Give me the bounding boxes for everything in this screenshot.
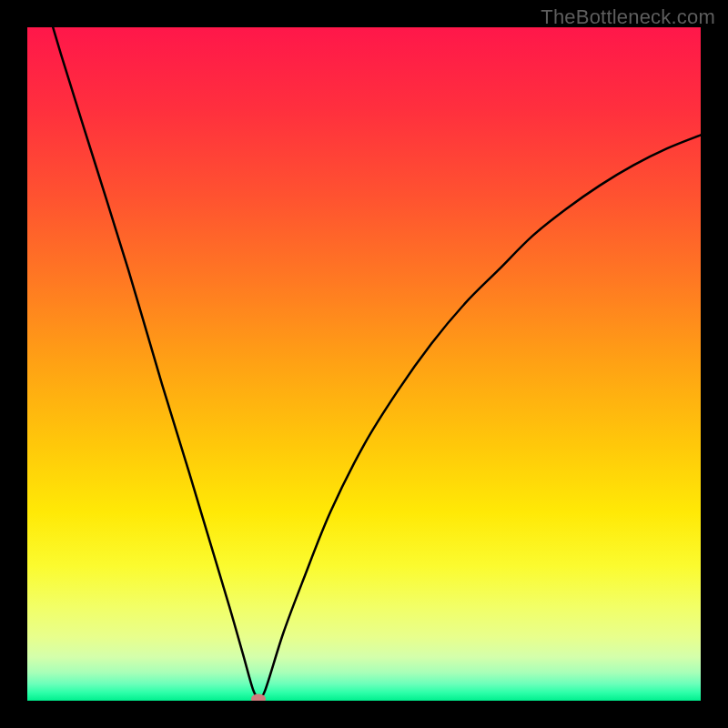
plot-area [27, 27, 701, 701]
watermark-label: TheBottleneck.com [541, 5, 715, 29]
outer-frame: TheBottleneck.com [0, 0, 728, 728]
optimal-point-marker [251, 693, 266, 701]
bottleneck-curve [27, 27, 701, 701]
